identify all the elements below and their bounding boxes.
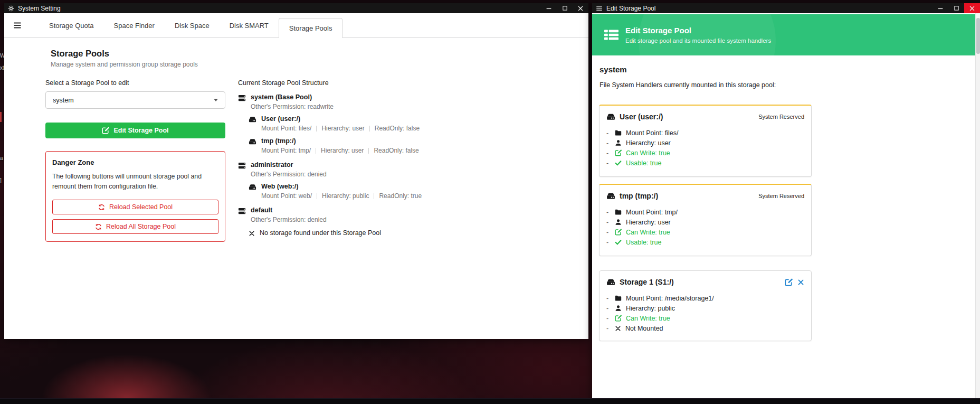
close-button[interactable] bbox=[573, 3, 588, 13]
structure-title: Current Storage Pool Structure bbox=[238, 79, 576, 87]
sync-icon bbox=[95, 223, 102, 230]
edit-storage-pool-button[interactable]: Edit Storage Pool bbox=[45, 123, 225, 138]
tab-disk-space[interactable]: Disk Space bbox=[165, 22, 220, 30]
pool-children: Web (web:/) Mount Point: web/ Hierarchy:… bbox=[249, 183, 576, 200]
handler-properties: Mount Point: tmp/ Hierarchy: user Can Wr… bbox=[606, 207, 804, 247]
tab-disk-smart[interactable]: Disk SMART bbox=[220, 22, 279, 30]
storage-name: User (user:/) bbox=[261, 115, 420, 123]
fs-handler-card: User (user:/) System Reserved Mount Poin… bbox=[599, 105, 812, 177]
edit-pool-banner: Edit Storage Pool Edit storage pool and … bbox=[592, 14, 975, 55]
danger-zone-title: Danger Zone bbox=[52, 158, 218, 166]
maximize-button[interactable] bbox=[948, 3, 964, 13]
storage-details: Mount Point: web/ Hierarchy: public Read… bbox=[261, 192, 422, 200]
storage-name: Web (web:/) bbox=[261, 183, 422, 191]
pool-item: administrator Other's Permission: denied… bbox=[238, 161, 576, 200]
desktop-icon-label-fragment: xt bbox=[0, 65, 4, 71]
pool-permission: Other's Permission: denied bbox=[251, 216, 327, 223]
reload-all-pool-label: Reload All Storage Pool bbox=[106, 223, 176, 230]
storage-details: Mount Point: tmp/ Hierarchy: user ReadOn… bbox=[261, 147, 419, 154]
divider bbox=[374, 193, 374, 199]
pool-item: system (Base Pool) Other's Permission: r… bbox=[238, 93, 576, 154]
scrollbar-thumb[interactable] bbox=[976, 18, 980, 54]
divider bbox=[368, 148, 369, 154]
edit-icon bbox=[615, 149, 622, 156]
remove-handler-button[interactable] bbox=[797, 279, 804, 286]
pool-name: default bbox=[251, 206, 327, 214]
hdd-icon bbox=[249, 183, 256, 200]
system-reserved-badge: System Reserved bbox=[758, 114, 804, 120]
menu-button[interactable] bbox=[12, 21, 23, 30]
empty-pool-message: No storage found under this Storage Pool bbox=[260, 229, 381, 237]
storage-hierarchy: Hierarchy: user bbox=[321, 125, 364, 132]
empty-pool-message-row: No storage found under this Storage Pool bbox=[249, 229, 576, 237]
storage-item: tmp (tmp:/) Mount Point: tmp/ Hierarchy:… bbox=[249, 137, 576, 154]
tab-storage-pools[interactable]: Storage Pools bbox=[279, 18, 343, 38]
check-icon bbox=[615, 239, 622, 246]
pool-permission: Other's Permission: readwrite bbox=[251, 103, 334, 110]
taskbar bbox=[0, 398, 980, 404]
minimize-button[interactable] bbox=[541, 3, 557, 13]
server-icon bbox=[238, 93, 246, 110]
hdd-icon bbox=[249, 137, 256, 154]
page-header: Storage Pools Manage system and permissi… bbox=[51, 49, 198, 68]
server-icon bbox=[238, 161, 246, 178]
card-actions bbox=[785, 278, 804, 286]
close-button[interactable] bbox=[964, 3, 980, 13]
storage-mount-point: Mount Point: files/ bbox=[261, 125, 311, 132]
minimize-button[interactable] bbox=[933, 3, 948, 13]
storage-info: Web (web:/) Mount Point: web/ Hierarchy:… bbox=[261, 183, 422, 200]
divider bbox=[369, 126, 370, 131]
times-icon bbox=[615, 325, 621, 332]
storage-hierarchy: Hierarchy: public bbox=[322, 192, 369, 200]
pool-name: system (Base Pool) bbox=[251, 93, 334, 101]
user-icon bbox=[615, 219, 622, 226]
pool-head: default Other's Permission: denied bbox=[238, 206, 576, 223]
storage-readonly: ReadOnly: false bbox=[374, 147, 418, 154]
handler-properties: Mount Point: files/ Hierarchy: user Can … bbox=[606, 128, 804, 168]
reload-selected-pool-button[interactable]: Reload Selected Pool bbox=[52, 200, 218, 214]
pool-name: administrator bbox=[251, 161, 327, 169]
edit-icon bbox=[615, 315, 622, 322]
can-write-value: Can Write: true bbox=[626, 229, 670, 236]
card-header: Storage 1 (S1:/) bbox=[606, 276, 804, 288]
storage-name: tmp (tmp:/) bbox=[261, 137, 419, 145]
folder-icon bbox=[615, 129, 622, 136]
reload-all-pool-button[interactable]: Reload All Storage Pool bbox=[52, 219, 218, 234]
window-title: Edit Storage Pool bbox=[606, 5, 655, 12]
pool-structure-column: Current Storage Pool Structure system (B… bbox=[238, 79, 576, 237]
hdd-icon bbox=[606, 278, 615, 287]
tab-space-finder[interactable]: Space Finder bbox=[104, 22, 165, 30]
storage-item: User (user:/) Mount Point: files/ Hierar… bbox=[249, 115, 576, 132]
divider bbox=[317, 193, 317, 199]
can-write-value: Can Write: true bbox=[626, 149, 670, 157]
not-mounted-row: Not Mounted bbox=[606, 323, 804, 333]
desktop-icon-label-fragment: ] bbox=[0, 177, 2, 183]
hierarchy-row: Hierarchy: user bbox=[606, 217, 804, 227]
system-setting-titlebar: System Setting bbox=[4, 3, 588, 13]
storage-mount-point: Mount Point: web/ bbox=[261, 192, 312, 200]
scrollbar[interactable] bbox=[975, 13, 980, 404]
edit-handler-button[interactable] bbox=[785, 278, 793, 286]
user-icon bbox=[615, 305, 622, 312]
edit-pool-titlebar: Edit Storage Pool bbox=[592, 3, 980, 13]
fs-handler-card: Storage 1 (S1:/) Mount Point: /media/sto… bbox=[599, 270, 812, 341]
storage-pool-select[interactable]: system bbox=[45, 91, 225, 109]
pool-info: system (Base Pool) Other's Permission: r… bbox=[251, 93, 334, 110]
tab-storage-quota[interactable]: Storage Quota bbox=[39, 22, 104, 30]
edit-storage-pool-button-label: Edit Storage Pool bbox=[113, 127, 168, 134]
pool-head: administrator Other's Permission: denied bbox=[238, 161, 576, 178]
banner-text: Edit Storage Pool Edit storage pool and … bbox=[625, 26, 771, 44]
settings-tabbar: Storage Quota Space Finder Disk Space Di… bbox=[4, 13, 588, 38]
edit-icon bbox=[615, 229, 622, 236]
card-header: tmp (tmp:/) System Reserved bbox=[606, 190, 804, 202]
can-write-value: Can Write: true bbox=[626, 315, 670, 322]
usable-row: Usable: true bbox=[606, 158, 804, 168]
banner-title: Edit Storage Pool bbox=[625, 26, 771, 35]
mount-point-value: Mount Point: /media/storage1/ bbox=[626, 295, 714, 302]
current-pool-name: system bbox=[600, 65, 627, 74]
storage-details: Mount Point: files/ Hierarchy: user Read… bbox=[261, 125, 420, 132]
card-header: User (user:/) System Reserved bbox=[606, 111, 804, 123]
edit-icon bbox=[102, 127, 109, 134]
user-icon bbox=[615, 139, 622, 146]
maximize-button[interactable] bbox=[557, 3, 573, 13]
